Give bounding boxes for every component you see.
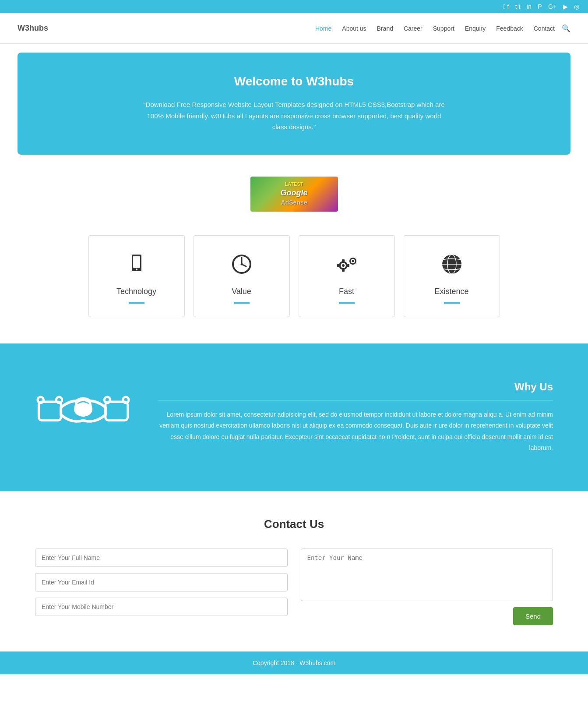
nav-support[interactable]: Support: [433, 25, 454, 32]
footer: Copyright 2018 - W3hubs.com: [0, 651, 588, 674]
svg-rect-21: [39, 402, 61, 420]
existence-icon: [413, 253, 491, 280]
existence-title: Existence: [413, 287, 491, 296]
youtube-icon[interactable]: ▶: [563, 3, 568, 10]
features-section: Technology Value: [0, 227, 588, 343]
nav-brand[interactable]: Brand: [377, 25, 393, 32]
linkedin-icon[interactable]: in: [527, 3, 532, 10]
svg-rect-16: [337, 264, 339, 267]
existence-divider: [444, 302, 460, 304]
svg-point-10: [342, 264, 345, 267]
contact-title: Contact Us: [35, 517, 553, 531]
svg-rect-1: [133, 256, 140, 268]
value-title: Value: [203, 287, 281, 296]
contact-left-col: [35, 549, 288, 625]
footer-text: Copyright 2018 - W3hubs.com: [8, 659, 580, 666]
hero-title: Welcome to W3hubs: [53, 74, 535, 89]
full-name-input[interactable]: [35, 549, 288, 567]
svg-point-25: [104, 397, 110, 403]
contact-section: Contact Us Send: [0, 491, 588, 651]
svg-rect-15: [342, 269, 345, 272]
email-input[interactable]: [35, 573, 288, 591]
value-divider: [234, 302, 250, 304]
twitter-icon[interactable]: t t: [515, 3, 521, 10]
why-us-section: Why Us Lorem ipsum dolor sit amet, conse…: [0, 343, 588, 491]
why-us-divider: [158, 400, 553, 400]
svg-point-23: [56, 397, 62, 403]
svg-point-13: [352, 260, 354, 262]
svg-point-2: [136, 269, 137, 270]
nav-links: Home About us Brand Career Support Enqui…: [315, 25, 555, 32]
nav-career[interactable]: Career: [404, 25, 423, 32]
dribbble-icon[interactable]: ◎: [574, 3, 579, 10]
technology-title: Technology: [98, 287, 176, 296]
svg-rect-24: [106, 402, 128, 420]
hero-description: "Download Free Responsive Website Layout…: [141, 99, 447, 133]
feature-technology: Technology: [88, 235, 185, 317]
contact-right-col: Send: [301, 549, 553, 625]
svg-rect-17: [347, 264, 349, 267]
svg-point-7: [240, 263, 243, 265]
hero-section: Welcome to W3hubs "Download Free Respons…: [18, 53, 570, 155]
nav-home[interactable]: Home: [315, 25, 331, 32]
value-icon: [203, 253, 281, 280]
fast-title: Fast: [308, 287, 386, 296]
fast-icon: [308, 253, 386, 280]
handshake-icon: [35, 370, 131, 465]
social-bar:  f t t in P G+ ▶ ◎: [0, 0, 588, 13]
why-us-content: Why Us Lorem ipsum dolor sit amet, conse…: [158, 381, 553, 453]
svg-point-22: [38, 397, 44, 403]
navbar: W3hubs Home About us Brand Career Suppor…: [0, 13, 588, 44]
ad-section: LATEST Google AdSense: [0, 163, 588, 227]
feature-existence: Existence: [404, 235, 500, 317]
feature-fast: Fast: [299, 235, 395, 317]
technology-icon: [98, 253, 176, 280]
nav-contact[interactable]: Contact: [534, 25, 555, 32]
facebook-icon[interactable]:  f: [503, 3, 509, 10]
search-icon[interactable]: 🔍: [562, 24, 570, 32]
google-plus-icon[interactable]: G+: [548, 3, 556, 10]
contact-form: Send: [35, 549, 553, 625]
pinterest-icon[interactable]: P: [538, 3, 542, 10]
feature-value: Value: [194, 235, 290, 317]
send-button[interactable]: Send: [513, 607, 553, 625]
nav-about[interactable]: About us: [342, 25, 366, 32]
why-us-body: Lorem ipsum dolor sit amet, consectetur …: [158, 409, 553, 453]
technology-divider: [129, 302, 144, 304]
nav-feedback[interactable]: Feedback: [496, 25, 523, 32]
ad-text: LATEST Google AdSense: [281, 181, 308, 207]
ad-banner[interactable]: LATEST Google AdSense: [250, 177, 338, 212]
message-textarea[interactable]: [301, 549, 553, 601]
nav-enquiry[interactable]: Enquiry: [465, 25, 486, 32]
mobile-input[interactable]: [35, 598, 288, 616]
fast-divider: [339, 302, 355, 304]
why-us-title: Why Us: [158, 381, 553, 393]
svg-point-26: [123, 397, 129, 403]
svg-rect-14: [342, 259, 345, 262]
brand-logo: W3hubs: [18, 24, 48, 33]
